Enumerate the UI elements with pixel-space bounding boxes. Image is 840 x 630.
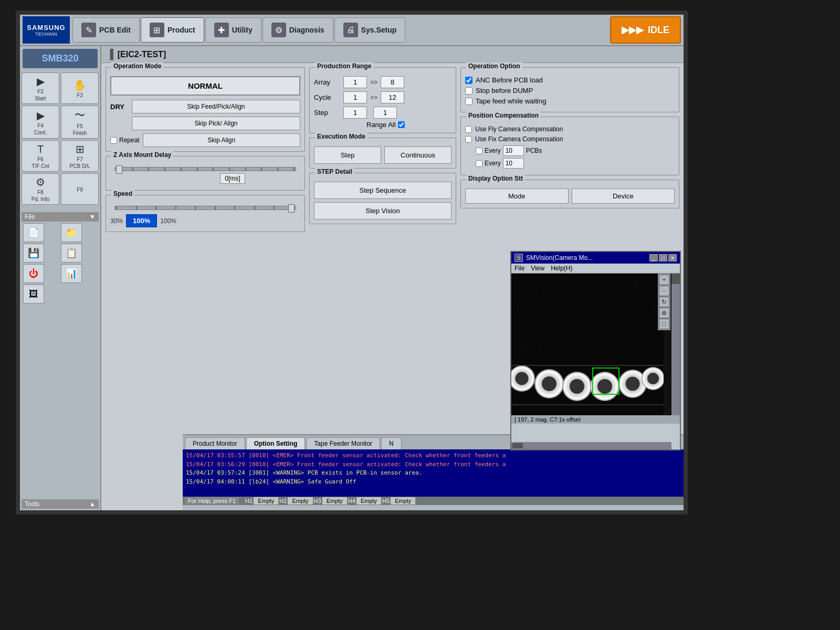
skip-feed-button[interactable]: Skip Feed/Pick/Align: [132, 100, 300, 113]
array-from-input[interactable]: [343, 76, 367, 88]
smvision-menu-view[interactable]: View: [531, 265, 544, 272]
file-open-button[interactable]: 📁: [61, 223, 82, 242]
smvision-close-button[interactable]: ✕: [668, 254, 677, 261]
sidebar-btn-f6[interactable]: T F6 T/F Cnt: [22, 140, 59, 172]
z-axis-track[interactable]: [114, 167, 296, 171]
z-axis-slider: 0[ms]: [110, 165, 300, 186]
speed-value-button[interactable]: 100%: [126, 214, 157, 227]
smvision-minimize-button[interactable]: _: [649, 254, 658, 261]
skip-pick-button[interactable]: Skip Pick/ Align: [132, 117, 300, 130]
sidebar-btn-f2[interactable]: ▶ F2 Start: [22, 72, 59, 104]
operation-mode-title: Operation Mode: [111, 62, 163, 70]
cycle-from-input[interactable]: [343, 91, 367, 103]
tab-tape-feeder-monitor[interactable]: Tape Feeder Monitor: [306, 437, 380, 449]
device-button[interactable]: Device: [572, 188, 675, 204]
every1-checkbox[interactable]: [476, 148, 482, 154]
zoom-out-button[interactable]: -: [659, 286, 669, 296]
tab-option-setting[interactable]: Option Setting: [246, 437, 306, 449]
sidebar-btn-f8[interactable]: ⚙ F8 Pd. Info: [22, 173, 59, 205]
menu-pcb-edit[interactable]: ✎ PCB Edit: [72, 17, 140, 43]
array-label: Array: [314, 78, 340, 86]
file-new-button[interactable]: 📄: [23, 223, 44, 242]
file-power-button[interactable]: ⏻: [23, 264, 44, 283]
mode-button[interactable]: Mode: [465, 188, 569, 204]
smvision-menu-help[interactable]: Help(H): [551, 265, 572, 272]
speed-thumb[interactable]: [288, 204, 295, 213]
camera-scrollbar-h[interactable]: [511, 442, 671, 449]
range-all-row: Range All: [366, 121, 452, 129]
every2-row: Every: [476, 158, 675, 169]
f3-label: F3: [77, 92, 83, 98]
smvision-menu-file[interactable]: File: [514, 265, 524, 272]
file-save-button[interactable]: 💾: [23, 244, 44, 262]
smvision-restore-button[interactable]: □: [659, 254, 667, 261]
array-to-input[interactable]: [381, 76, 404, 88]
cycle-to-input[interactable]: [381, 91, 404, 103]
sidebar-btn-f3[interactable]: ✋ F3: [61, 72, 99, 104]
range-all-checkbox[interactable]: [398, 121, 405, 128]
tab-extra[interactable]: N: [381, 437, 402, 449]
box-button[interactable]: □: [659, 319, 669, 329]
tape-feed-checkbox[interactable]: [465, 98, 472, 105]
speed-controls: 30% 100% 100%: [110, 214, 300, 227]
fix-cam-checkbox[interactable]: [465, 136, 472, 143]
skip-align-button[interactable]: Skip Align: [143, 133, 300, 147]
sidebar-btn-f9[interactable]: F9: [61, 173, 99, 205]
stop-dump-checkbox[interactable]: [465, 87, 472, 94]
anc-checkbox[interactable]: [465, 77, 472, 84]
cycle-row: Cycle >>: [314, 91, 452, 103]
log-line-4: 15/04/17 04:00:11 [lb24] <WARNING> Safe …: [186, 478, 680, 487]
range-all-label: Range All: [366, 121, 396, 129]
normal-button[interactable]: NORMAL: [110, 76, 300, 96]
every2-input[interactable]: [503, 158, 524, 169]
menu-items: ✎ PCB Edit ⊞ Product ✚ Utility ⚙ Diagnos…: [72, 17, 610, 43]
step-vision-button[interactable]: Step Vision: [314, 202, 452, 219]
center-button[interactable]: ⊕: [659, 308, 669, 318]
idle-arrows-icon: ▶▶▶: [622, 24, 644, 36]
sidebar-btn-f4[interactable]: ▶ F4 Cont.: [22, 106, 59, 139]
rotate-button[interactable]: ↻: [659, 297, 669, 307]
menu-diagnosis[interactable]: ⚙ Diagnosis: [262, 17, 333, 43]
file-extra-button[interactable]: 📊: [61, 264, 82, 283]
f6-icon: T: [37, 143, 44, 155]
tab-product-monitor[interactable]: Product Monitor: [185, 437, 245, 449]
h3-label: H3: [314, 498, 321, 504]
repeat-check[interactable]: [110, 137, 117, 144]
step-to-input[interactable]: [373, 107, 397, 119]
repeat-checkbox: Repeat: [110, 136, 140, 144]
speed-track[interactable]: [114, 206, 296, 210]
sidebar-btn-f5[interactable]: 〜 F5 Finish: [61, 106, 99, 139]
menu-product[interactable]: ⊞ Product: [141, 17, 204, 43]
step-exec-button[interactable]: Step: [314, 146, 381, 164]
step-sequence-button[interactable]: Step Sequence: [314, 182, 452, 199]
every1-input[interactable]: [503, 145, 524, 156]
z-axis-thumb[interactable]: [116, 165, 122, 174]
step-detail-title: STEP Detail: [315, 168, 354, 175]
slider-dots: [115, 167, 296, 171]
product-label: Product: [167, 26, 195, 34]
file-copy-button[interactable]: 📋: [61, 244, 82, 262]
idle-button[interactable]: ▶▶▶ IDLE: [610, 16, 681, 44]
help-text: For Help, press F1: [185, 497, 239, 505]
position-comp-title: Position Compensation: [466, 112, 541, 119]
smvision-window: S SMVision(Camera Mo... _ □ ✕ File View …: [510, 251, 681, 450]
display-option-title: Display Option Stt: [466, 175, 525, 182]
smb320-badge: SMB320: [23, 49, 98, 68]
file-img-button[interactable]: 🖼: [23, 285, 44, 303]
menu-sys-setup[interactable]: 🖨 Sys.Setup: [334, 17, 406, 43]
f5-label: F5: [77, 123, 83, 129]
fly-cam-checkbox[interactable]: [465, 126, 472, 133]
continuous-button[interactable]: Continuous: [384, 146, 452, 164]
camera-scrollbar-v[interactable]: [671, 274, 680, 415]
step-from-input[interactable]: [343, 107, 367, 119]
anc-row: ANC Before PCB load: [465, 76, 675, 84]
sidebar-btn-f7[interactable]: ⊞ F7 PCB D/L: [61, 140, 99, 172]
h5-label: H5: [382, 498, 390, 504]
diagnosis-icon: ⚙: [271, 23, 286, 37]
zoom-in-button[interactable]: +: [659, 275, 669, 285]
menu-utility[interactable]: ✚ Utility: [205, 17, 261, 43]
f3-icon: ✋: [74, 79, 87, 91]
every2-checkbox[interactable]: [476, 160, 482, 167]
execution-mode-title: Execution Mode: [315, 133, 368, 140]
center-panels: Production Range Array >> Cycle: [309, 67, 456, 449]
